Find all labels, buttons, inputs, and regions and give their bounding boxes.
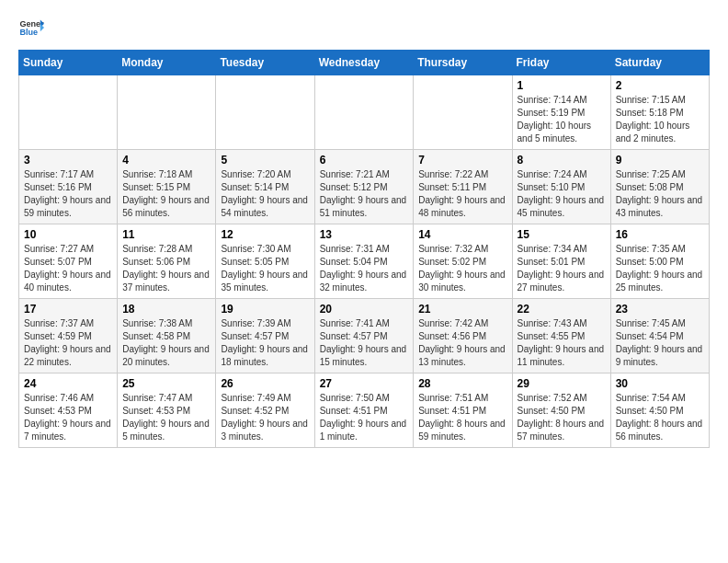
day-info: Sunrise: 7:18 AM Sunset: 5:15 PM Dayligh… bbox=[122, 168, 210, 220]
calendar-cell: 27Sunrise: 7:50 AM Sunset: 4:51 PM Dayli… bbox=[314, 373, 414, 448]
calendar-cell: 15Sunrise: 7:34 AM Sunset: 5:01 PM Dayli… bbox=[512, 224, 610, 299]
day-info: Sunrise: 7:21 AM Sunset: 5:12 PM Dayligh… bbox=[320, 168, 409, 220]
day-number: 18 bbox=[122, 303, 210, 316]
calendar-cell bbox=[216, 75, 314, 150]
day-info: Sunrise: 7:41 AM Sunset: 4:57 PM Dayligh… bbox=[320, 317, 409, 369]
svg-text:Blue: Blue bbox=[19, 28, 38, 37]
calendar-cell: 4Sunrise: 7:18 AM Sunset: 5:15 PM Daylig… bbox=[118, 150, 216, 224]
day-number: 1 bbox=[518, 79, 606, 92]
day-info: Sunrise: 7:25 AM Sunset: 5:08 PM Dayligh… bbox=[616, 168, 704, 220]
day-info: Sunrise: 7:28 AM Sunset: 5:06 PM Dayligh… bbox=[122, 243, 210, 294]
day-number: 21 bbox=[418, 303, 506, 316]
calendar-cell bbox=[19, 75, 118, 150]
calendar-cell: 14Sunrise: 7:32 AM Sunset: 5:02 PM Dayli… bbox=[414, 224, 512, 299]
calendar-header-wednesday: Wednesday bbox=[314, 51, 414, 75]
calendar-cell: 8Sunrise: 7:24 AM Sunset: 5:10 PM Daylig… bbox=[512, 150, 610, 224]
day-number: 15 bbox=[518, 228, 606, 241]
calendar-header-tuesday: Tuesday bbox=[216, 51, 314, 75]
day-info: Sunrise: 7:54 AM Sunset: 4:50 PM Dayligh… bbox=[616, 392, 704, 443]
calendar-week-5: 24Sunrise: 7:46 AM Sunset: 4:53 PM Dayli… bbox=[19, 373, 710, 448]
day-number: 19 bbox=[221, 303, 309, 316]
calendar-cell bbox=[118, 75, 216, 150]
calendar-header-saturday: Saturday bbox=[610, 51, 709, 75]
calendar-cell: 9Sunrise: 7:25 AM Sunset: 5:08 PM Daylig… bbox=[610, 150, 709, 224]
calendar-cell: 30Sunrise: 7:54 AM Sunset: 4:50 PM Dayli… bbox=[610, 373, 709, 448]
day-number: 30 bbox=[616, 377, 704, 390]
day-number: 4 bbox=[122, 154, 210, 167]
day-info: Sunrise: 7:37 AM Sunset: 4:59 PM Dayligh… bbox=[24, 317, 112, 369]
day-number: 11 bbox=[122, 228, 210, 241]
day-number: 22 bbox=[518, 303, 606, 316]
calendar-cell: 25Sunrise: 7:47 AM Sunset: 4:53 PM Dayli… bbox=[118, 373, 216, 448]
day-number: 14 bbox=[418, 228, 506, 241]
day-number: 3 bbox=[24, 154, 112, 167]
day-number: 29 bbox=[518, 377, 606, 390]
day-info: Sunrise: 7:38 AM Sunset: 4:58 PM Dayligh… bbox=[122, 317, 210, 369]
day-info: Sunrise: 7:27 AM Sunset: 5:07 PM Dayligh… bbox=[24, 243, 112, 294]
calendar-cell: 16Sunrise: 7:35 AM Sunset: 5:00 PM Dayli… bbox=[610, 224, 709, 299]
calendar-cell: 18Sunrise: 7:38 AM Sunset: 4:58 PM Dayli… bbox=[118, 299, 216, 373]
day-number: 28 bbox=[418, 377, 506, 390]
day-info: Sunrise: 7:15 AM Sunset: 5:18 PM Dayligh… bbox=[616, 94, 704, 145]
day-info: Sunrise: 7:22 AM Sunset: 5:11 PM Dayligh… bbox=[418, 168, 506, 220]
calendar-cell: 29Sunrise: 7:52 AM Sunset: 4:50 PM Dayli… bbox=[512, 373, 610, 448]
day-info: Sunrise: 7:39 AM Sunset: 4:57 PM Dayligh… bbox=[221, 317, 309, 369]
day-number: 12 bbox=[221, 228, 309, 241]
day-info: Sunrise: 7:45 AM Sunset: 4:54 PM Dayligh… bbox=[616, 317, 704, 369]
calendar-cell: 20Sunrise: 7:41 AM Sunset: 4:57 PM Dayli… bbox=[314, 299, 414, 373]
day-info: Sunrise: 7:20 AM Sunset: 5:14 PM Dayligh… bbox=[221, 168, 309, 220]
calendar-cell: 10Sunrise: 7:27 AM Sunset: 5:07 PM Dayli… bbox=[19, 224, 118, 299]
calendar-cell: 5Sunrise: 7:20 AM Sunset: 5:14 PM Daylig… bbox=[216, 150, 314, 224]
calendar-cell: 6Sunrise: 7:21 AM Sunset: 5:12 PM Daylig… bbox=[314, 150, 414, 224]
day-info: Sunrise: 7:24 AM Sunset: 5:10 PM Dayligh… bbox=[518, 168, 606, 220]
calendar-cell: 3Sunrise: 7:17 AM Sunset: 5:16 PM Daylig… bbox=[19, 150, 118, 224]
calendar-cell: 12Sunrise: 7:30 AM Sunset: 5:05 PM Dayli… bbox=[216, 224, 314, 299]
calendar-cell: 1Sunrise: 7:14 AM Sunset: 5:19 PM Daylig… bbox=[512, 75, 610, 150]
day-info: Sunrise: 7:51 AM Sunset: 4:51 PM Dayligh… bbox=[418, 392, 506, 443]
day-number: 2 bbox=[616, 79, 704, 92]
calendar-week-2: 3Sunrise: 7:17 AM Sunset: 5:16 PM Daylig… bbox=[19, 150, 710, 224]
day-number: 16 bbox=[616, 228, 704, 241]
day-info: Sunrise: 7:31 AM Sunset: 5:04 PM Dayligh… bbox=[320, 243, 409, 294]
calendar-cell: 28Sunrise: 7:51 AM Sunset: 4:51 PM Dayli… bbox=[414, 373, 512, 448]
day-number: 8 bbox=[518, 154, 606, 167]
day-number: 27 bbox=[320, 377, 409, 390]
day-info: Sunrise: 7:42 AM Sunset: 4:56 PM Dayligh… bbox=[418, 317, 506, 369]
day-number: 20 bbox=[320, 303, 409, 316]
day-info: Sunrise: 7:49 AM Sunset: 4:52 PM Dayligh… bbox=[221, 392, 309, 443]
day-number: 6 bbox=[320, 154, 409, 167]
calendar-cell: 26Sunrise: 7:49 AM Sunset: 4:52 PM Dayli… bbox=[216, 373, 314, 448]
day-info: Sunrise: 7:47 AM Sunset: 4:53 PM Dayligh… bbox=[122, 392, 210, 443]
day-number: 13 bbox=[320, 228, 409, 241]
calendar-cell: 13Sunrise: 7:31 AM Sunset: 5:04 PM Dayli… bbox=[314, 224, 414, 299]
day-number: 23 bbox=[616, 303, 704, 316]
day-number: 7 bbox=[418, 154, 506, 167]
day-info: Sunrise: 7:34 AM Sunset: 5:01 PM Dayligh… bbox=[518, 243, 606, 294]
calendar-cell: 23Sunrise: 7:45 AM Sunset: 4:54 PM Dayli… bbox=[610, 299, 709, 373]
day-number: 25 bbox=[122, 377, 210, 390]
day-info: Sunrise: 7:43 AM Sunset: 4:55 PM Dayligh… bbox=[518, 317, 606, 369]
day-info: Sunrise: 7:14 AM Sunset: 5:19 PM Dayligh… bbox=[518, 94, 606, 145]
calendar-cell: 17Sunrise: 7:37 AM Sunset: 4:59 PM Dayli… bbox=[19, 299, 118, 373]
calendar-cell: 19Sunrise: 7:39 AM Sunset: 4:57 PM Dayli… bbox=[216, 299, 314, 373]
calendar-week-3: 10Sunrise: 7:27 AM Sunset: 5:07 PM Dayli… bbox=[19, 224, 710, 299]
day-info: Sunrise: 7:17 AM Sunset: 5:16 PM Dayligh… bbox=[24, 168, 112, 220]
day-number: 10 bbox=[24, 228, 112, 241]
calendar-cell: 2Sunrise: 7:15 AM Sunset: 5:18 PM Daylig… bbox=[610, 75, 709, 150]
calendar-cell: 21Sunrise: 7:42 AM Sunset: 4:56 PM Dayli… bbox=[414, 299, 512, 373]
calendar-cell: 7Sunrise: 7:22 AM Sunset: 5:11 PM Daylig… bbox=[414, 150, 512, 224]
logo: General Blue bbox=[18, 15, 44, 40]
day-info: Sunrise: 7:35 AM Sunset: 5:00 PM Dayligh… bbox=[616, 243, 704, 294]
day-number: 17 bbox=[24, 303, 112, 316]
day-info: Sunrise: 7:52 AM Sunset: 4:50 PM Dayligh… bbox=[518, 392, 606, 443]
day-number: 5 bbox=[221, 154, 309, 167]
day-info: Sunrise: 7:30 AM Sunset: 5:05 PM Dayligh… bbox=[221, 243, 309, 294]
calendar-cell bbox=[314, 75, 414, 150]
calendar-header-thursday: Thursday bbox=[414, 51, 512, 75]
calendar-cell: 24Sunrise: 7:46 AM Sunset: 4:53 PM Dayli… bbox=[19, 373, 118, 448]
day-number: 26 bbox=[221, 377, 309, 390]
calendar-header-row: SundayMondayTuesdayWednesdayThursdayFrid… bbox=[19, 51, 710, 75]
calendar-week-1: 1Sunrise: 7:14 AM Sunset: 5:19 PM Daylig… bbox=[19, 75, 710, 150]
page-header: General Blue bbox=[18, 15, 710, 40]
day-number: 24 bbox=[24, 377, 112, 390]
